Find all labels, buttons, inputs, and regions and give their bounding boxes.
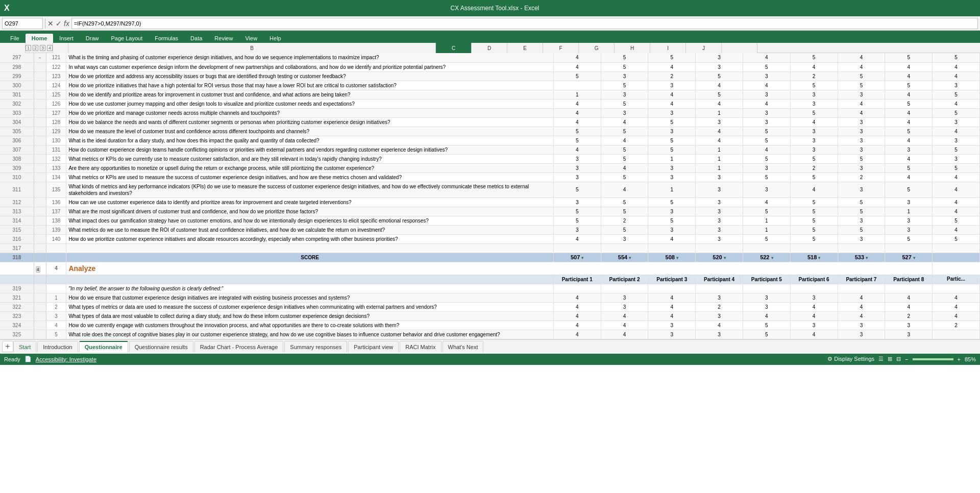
table-cell[interactable]: 4 (696, 136, 743, 145)
page-layout-view-icon[interactable]: ⊟ (896, 356, 901, 362)
table-cell[interactable]: 3 (838, 127, 885, 136)
table-cell[interactable]: 3 (648, 108, 696, 117)
table-cell[interactable]: 5 (933, 234, 980, 243)
table-cell[interactable]: 121 (46, 53, 66, 62)
table-cell[interactable]: 5 (933, 145, 980, 154)
table-cell[interactable]: 3 (648, 330, 696, 339)
table-cell[interactable]: 3 (553, 198, 601, 207)
table-cell[interactable]: 5 (46, 330, 66, 339)
table-cell[interactable] (46, 284, 66, 293)
table-cell[interactable]: 4 (601, 136, 648, 145)
table-cell[interactable]: 4 (648, 302, 696, 311)
accessibility-status[interactable]: Accessibility: Investigate (36, 356, 96, 362)
table-cell[interactable] (0, 262, 34, 275)
table-cell[interactable]: 5 (885, 127, 933, 136)
sheet-tab-radar-chart[interactable]: Radar Chart - Process Average (194, 341, 284, 352)
table-cell[interactable]: 4 (933, 225, 980, 234)
col-header-C[interactable]: C (436, 43, 472, 53)
table-cell[interactable]: 5 (553, 71, 601, 81)
table-cell[interactable]: 2 (790, 71, 838, 81)
table-cell[interactable]: 5 (790, 154, 838, 163)
table-cell[interactable]: 5 (601, 145, 648, 154)
table-cell[interactable]: 4 (838, 311, 885, 321)
table-cell[interactable]: What role does the concept of cognitive … (66, 330, 553, 339)
table-cell[interactable]: 5 (648, 198, 696, 207)
table-cell[interactable] (553, 81, 601, 90)
table-cell[interactable]: 3 (838, 321, 885, 330)
table-cell[interactable]: 3 (790, 293, 838, 302)
sheet-tab-participant-view[interactable]: Participant view (348, 341, 399, 352)
table-cell[interactable] (648, 243, 696, 253)
table-cell[interactable]: 3 (885, 321, 933, 330)
table-cell[interactable]: 5 (648, 53, 696, 62)
table-cell[interactable]: What metrics do we use to measure the RO… (66, 225, 553, 234)
table-cell[interactable]: 3 (696, 172, 743, 182)
table-cell[interactable]: 124 (46, 81, 66, 90)
table-cell[interactable]: 4 (696, 321, 743, 330)
table-cell[interactable]: 1 (553, 90, 601, 99)
table-cell[interactable]: 4 (743, 53, 790, 62)
table-cell[interactable]: 507 ▾ (553, 253, 601, 262)
table-cell[interactable]: 4 (553, 311, 601, 321)
table-cell[interactable]: 554 ▾ (601, 253, 648, 262)
table-cell[interactable]: How do we prioritize and manage customer… (66, 108, 553, 117)
table-cell[interactable]: 520 ▾ (696, 253, 743, 262)
table-cell[interactable]: 4 (743, 99, 790, 108)
table-cell[interactable]: 133 (46, 163, 66, 172)
table-cell[interactable]: 134 (46, 172, 66, 182)
table-cell[interactable]: 3 (885, 330, 933, 339)
table-cell[interactable]: 1 (696, 163, 743, 172)
table-cell[interactable]: What types of metrics or data are used t… (66, 302, 553, 311)
table-cell[interactable]: 2 (601, 216, 648, 225)
table-cell[interactable]: 319 (0, 284, 34, 293)
table-cell[interactable]: 3 (790, 145, 838, 154)
table-cell[interactable]: 3 (46, 311, 66, 321)
table-cell[interactable]: How do we prioritize and address any acc… (66, 71, 553, 81)
display-settings-icon[interactable]: ⚙ Display Settings (827, 356, 874, 362)
table-cell[interactable]: 4 (743, 311, 790, 321)
table-cell[interactable]: 3 (601, 71, 648, 81)
table-cell[interactable]: 3 (743, 117, 790, 127)
table-cell[interactable]: 4 (933, 127, 980, 136)
table-cell[interactable]: 1 (743, 216, 790, 225)
table-cell[interactable]: 3 (790, 99, 838, 108)
zoom-in-icon[interactable]: + (958, 356, 961, 362)
table-cell[interactable]: 3 (601, 302, 648, 311)
table-cell[interactable]: 5 (790, 207, 838, 216)
table-cell[interactable]: 4 (790, 330, 838, 339)
table-cell[interactable]: 4 (885, 172, 933, 182)
col-header-B[interactable]: B (68, 43, 436, 53)
table-cell[interactable]: 139 (46, 225, 66, 234)
table-cell[interactable]: 3 (933, 81, 980, 90)
group-level-1[interactable]: 1 (26, 45, 31, 51)
table-cell[interactable]: 4 (790, 302, 838, 311)
table-cell[interactable]: 5 (553, 127, 601, 136)
sheet-tab-summary-responses[interactable]: Summary responses (284, 341, 347, 352)
table-cell[interactable]: 4 (885, 293, 933, 302)
confirm-icon[interactable]: ✓ (56, 19, 62, 28)
table-cell[interactable]: 3 (790, 90, 838, 99)
table-cell[interactable]: 5 (743, 330, 790, 339)
table-cell[interactable]: 5 (743, 154, 790, 163)
table-cell[interactable]: 5 (553, 207, 601, 216)
table-cell[interactable]: 129 (46, 127, 66, 136)
table-cell[interactable]: 4 (601, 311, 648, 321)
table-cell[interactable]: 5 (743, 172, 790, 182)
table-cell[interactable]: What impact does our gamification strate… (66, 216, 553, 225)
table-cell[interactable]: 3 (553, 172, 601, 182)
table-cell[interactable]: 3 (696, 117, 743, 127)
table-cell[interactable]: 4 (838, 53, 885, 62)
table-cell[interactable]: 3 (648, 207, 696, 216)
table-cell[interactable] (696, 243, 743, 253)
table-cell[interactable]: 5 (553, 216, 601, 225)
table-cell[interactable]: 4 (743, 198, 790, 207)
table-cell[interactable]: 3 (601, 293, 648, 302)
table-cell[interactable]: 5 (601, 198, 648, 207)
table-cell[interactable]: 3 (648, 321, 696, 330)
table-cell[interactable]: 4 (46, 321, 66, 330)
table-cell[interactable] (553, 284, 601, 293)
table-cell[interactable]: 5 (838, 198, 885, 207)
table-cell[interactable]: 4 (885, 90, 933, 99)
table-cell[interactable]: 4 (933, 172, 980, 182)
ribbon-tab-review[interactable]: Review (208, 34, 239, 43)
